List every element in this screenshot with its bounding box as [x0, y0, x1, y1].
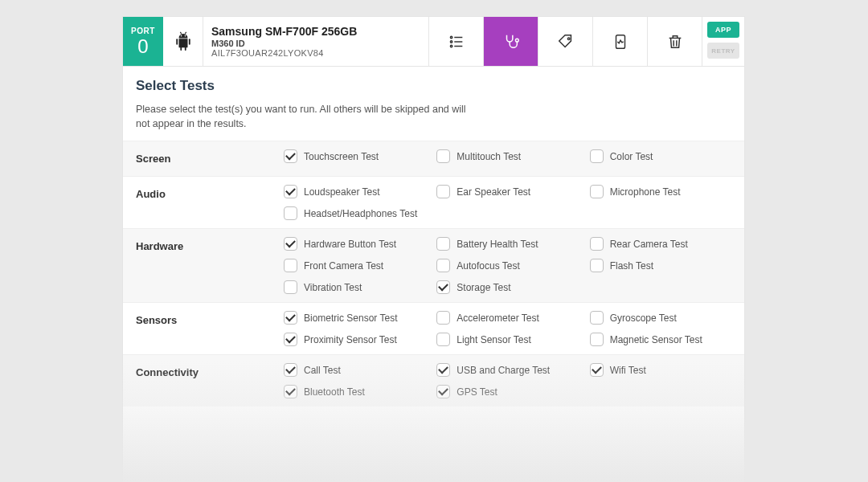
test-checkbox[interactable]: Front Camera Test [284, 259, 430, 272]
checkbox-box[interactable] [284, 206, 297, 220]
test-checkbox[interactable]: Proximity Sensor Test [284, 333, 430, 346]
checkbox-box[interactable] [590, 259, 604, 272]
svg-point-4 [180, 35, 182, 36]
retry-button[interactable]: RETRY [707, 43, 739, 59]
page-title: Select Tests [136, 78, 731, 94]
test-checkbox[interactable]: Touchscreen Test [284, 149, 430, 163]
test-label: Light Sensor Test [457, 334, 531, 345]
checkbox-box[interactable] [284, 333, 297, 346]
test-checkbox[interactable]: Multitouch Test [436, 149, 583, 163]
trash-icon [666, 33, 684, 51]
test-checkbox[interactable]: Light Sensor Test [436, 333, 583, 346]
port-label: PORT [131, 27, 155, 35]
tool-tag[interactable] [538, 17, 593, 66]
checkbox-box[interactable] [590, 149, 604, 163]
checkbox-box[interactable] [436, 237, 450, 251]
test-checkbox[interactable]: USB and Charge Test [436, 363, 583, 377]
checkbox-box[interactable] [284, 237, 297, 251]
checkbox-box[interactable] [590, 237, 604, 251]
device-name: Samsung SM-F700F 256GB [211, 25, 420, 38]
test-checkbox[interactable]: Call Test [284, 363, 430, 377]
test-checkbox[interactable]: Magnetic Sensor Test [590, 333, 736, 346]
test-checkbox[interactable]: Gyroscope Test [590, 311, 736, 325]
test-checkbox[interactable]: GPS Test [436, 385, 583, 398]
checkbox-box[interactable] [590, 333, 604, 346]
category-label: Hardware [123, 229, 284, 302]
header-right-buttons: APP RETRY [702, 17, 744, 66]
test-label: Multitouch Test [457, 151, 521, 162]
checkbox-box[interactable] [284, 363, 297, 377]
checkbox-box[interactable] [436, 259, 450, 272]
svg-line-3 [185, 31, 186, 33]
test-checkbox[interactable]: Ear Speaker Test [436, 185, 583, 198]
svg-point-6 [450, 36, 452, 38]
checkbox-box[interactable] [590, 311, 604, 325]
android-icon [174, 31, 192, 52]
checkbox-box[interactable] [436, 311, 450, 325]
test-checkbox[interactable]: Flash Test [590, 259, 736, 272]
svg-point-5 [184, 35, 186, 36]
category-label: Sensors [123, 303, 284, 354]
panel-header: PORT 0 Samsung SM-F700F 256GB M360 ID AI… [123, 17, 744, 67]
svg-rect-1 [188, 39, 190, 44]
tool-delete[interactable] [648, 17, 702, 66]
test-label: Proximity Sensor Test [304, 334, 397, 345]
checkbox-box[interactable] [284, 280, 297, 294]
platform-android-icon [163, 17, 203, 66]
test-checkbox[interactable]: Vibration Test [284, 280, 430, 294]
test-checkbox[interactable]: Loudspeaker Test [284, 185, 430, 198]
test-checkbox[interactable]: Biometric Sensor Test [284, 311, 430, 325]
category-label: Audio [123, 177, 284, 228]
report-icon [612, 33, 629, 51]
category-row: SensorsBiometric Sensor TestAcceleromete… [123, 302, 744, 354]
test-label: Headset/Headphones Test [304, 208, 417, 219]
test-checkbox[interactable]: Wifi Test [590, 363, 736, 377]
test-label: Autofocus Test [457, 260, 520, 272]
test-checkbox[interactable]: Rear Camera Test [590, 237, 736, 251]
category-label: Screen [123, 141, 284, 176]
checkbox-box[interactable] [590, 185, 604, 198]
svg-rect-0 [176, 39, 178, 44]
test-label: Microphone Test [610, 186, 681, 198]
checkbox-box[interactable] [284, 185, 297, 198]
test-label: Loudspeaker Test [304, 186, 380, 198]
test-checkbox[interactable]: Battery Health Test [436, 237, 583, 251]
test-checkbox[interactable]: Autofocus Test [436, 259, 583, 272]
test-checkbox[interactable]: Color Test [590, 149, 736, 163]
app-button[interactable]: APP [707, 22, 739, 38]
checkbox-box[interactable] [436, 149, 450, 163]
category-grid: Loudspeaker TestEar Speaker TestMicropho… [284, 177, 744, 228]
svg-point-10 [450, 45, 452, 47]
test-checkbox[interactable]: Storage Test [436, 280, 583, 294]
checkbox-box[interactable] [436, 280, 450, 294]
test-label: Biometric Sensor Test [304, 312, 398, 324]
tool-list[interactable] [429, 17, 484, 66]
test-checkbox[interactable]: Microphone Test [590, 185, 736, 198]
test-label: USB and Charge Test [457, 365, 550, 376]
checkbox-box[interactable] [436, 385, 450, 398]
test-label: Color Test [610, 151, 653, 162]
checkbox-box[interactable] [590, 363, 604, 377]
svg-point-13 [567, 38, 570, 40]
m360-id: AIL7F3OUAR242LYOKV84 [211, 48, 420, 58]
checkbox-box[interactable] [284, 311, 297, 325]
test-checkbox[interactable]: Headset/Headphones Test [284, 206, 430, 220]
category-row: ScreenTouchscreen TestMultitouch TestCol… [123, 141, 744, 176]
test-label: GPS Test [457, 386, 497, 398]
tool-diagnostics[interactable] [484, 17, 538, 66]
test-checkbox[interactable]: Accelerometer Test [436, 311, 583, 325]
checkbox-box[interactable] [436, 363, 450, 377]
checkbox-box[interactable] [436, 185, 450, 198]
category-grid: Hardware Button TestBattery Health TestR… [284, 229, 744, 302]
test-label: Vibration Test [304, 282, 362, 293]
test-label: Wifi Test [610, 365, 646, 376]
checkbox-box[interactable] [284, 259, 297, 272]
test-checkbox[interactable]: Bluetooth Test [284, 385, 430, 398]
checkbox-box[interactable] [284, 149, 297, 163]
tool-report[interactable] [593, 17, 648, 66]
checkbox-box[interactable] [284, 385, 297, 398]
test-label: Hardware Button Test [304, 239, 396, 250]
tag-icon [557, 33, 575, 51]
checkbox-box[interactable] [436, 333, 450, 346]
test-checkbox[interactable]: Hardware Button Test [284, 237, 430, 251]
